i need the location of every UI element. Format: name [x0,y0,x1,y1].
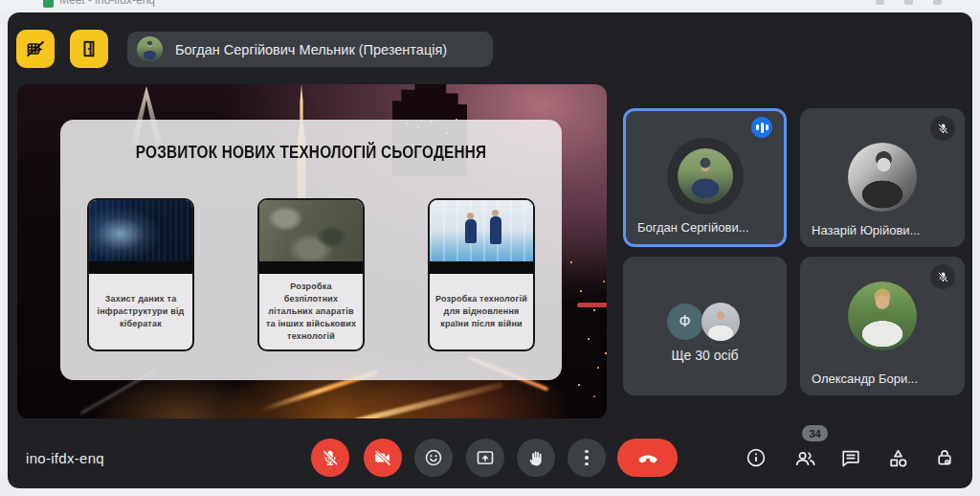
drone-aerial-photo [259,200,363,261]
avatar-photo [702,303,740,341]
host-controls-lock-icon [933,446,956,469]
more-options-icon [585,448,588,467]
participant-tile-nazariy[interactable]: Назарій Юрійови... [800,108,965,247]
slide-card: Розробка безпілотних літальних апаратів … [257,198,365,351]
mic-off-icon [930,116,955,141]
person-figure [465,219,477,243]
end-call-icon [635,445,660,470]
slide-title: РОЗВИТОК НОВИХ ТЕХНОЛОГІЙ СЬОГОДЕННЯ [60,143,562,161]
participant-name: Олександр Бори... [812,372,918,386]
reactions-smiley-icon [423,447,444,468]
participant-tile-overflow[interactable]: Ф Ще 30 осіб [623,257,787,395]
card-text: Розробка безпілотних літальних апаратів … [259,274,363,349]
camera-grid-off-icon [24,37,47,60]
browser-tab-title: Meet - ino-ifdx-enq [59,0,155,7]
participant-tile-oleksandr[interactable]: Олександр Бори... [800,257,965,395]
slide-cards-row: Захист даних та інфраструктури від кібер… [60,198,562,351]
slide-card: Захист даних та інфраструктури від кібер… [87,198,194,351]
host-controls-button[interactable] [932,445,957,470]
browser-toolbar-icon [904,0,913,5]
extension-grid-off-button[interactable] [16,30,55,68]
activities-button[interactable] [885,445,910,470]
avatar-oleksandr [848,282,917,350]
presenter-name: Богдан Сергійович Мельник (Презентація) [175,42,447,57]
people-icon [793,446,817,470]
browser-toolbar-icon [933,0,942,5]
raise-hand-button[interactable] [517,439,555,477]
activities-icon [886,446,910,470]
card-text: Захист даних та інфраструктури від кібер… [89,274,192,349]
slide-content-panel: РОЗВИТОК НОВИХ ТЕХНОЛОГІЙ СЬОГОДЕННЯ Зах… [60,120,562,380]
browser-toolbar-icon [876,0,884,5]
office-photo [430,200,533,261]
browser-tab[interactable]: Meet - ino-ifdx-enq [0,0,980,12]
avatar-nazariy [848,143,917,212]
slide-card: Розробка технологій для відновлення краї… [428,198,535,351]
letter-avatar: Ф [667,304,703,340]
door-exit-icon [78,37,100,60]
hacker-photo [89,200,192,261]
avatar-bohdan [678,148,733,204]
raise-hand-icon [526,448,546,468]
card-divider [430,261,533,274]
chat-icon [839,446,862,469]
extension-door-button[interactable] [70,30,108,68]
audio-indicator-icon [751,117,772,138]
participant-name: Назарій Юрійови... [812,223,920,237]
meeting-details-button[interactable] [744,445,768,470]
presenter-avatar [137,36,163,62]
end-call-button[interactable] [617,439,678,477]
slide-background-red-streak [577,303,607,307]
overflow-avatars: Ф [667,303,744,341]
meet-app-window: Богдан Сергійович Мельник (Презентація) … [8,12,972,488]
screen: Meet - ino-ifdx-enq [0,0,980,496]
present-screen-button[interactable] [466,439,504,477]
presenter-pill: Богдан Сергійович Мельник (Презентація) [127,32,493,67]
meeting-code: ino-ifdx-enq [26,450,104,466]
show-people-button[interactable] [792,445,817,470]
overflow-count-label: Ще 30 осіб [623,348,787,363]
slide-background-city-lights [570,261,572,263]
reactions-button[interactable] [414,439,453,477]
chat-button[interactable] [838,445,863,470]
card-text: Розробка технологій для відновлення краї… [430,274,533,349]
more-options-button[interactable] [568,439,606,477]
participant-name: Богдан Сергійови... [637,220,749,235]
info-icon [745,446,768,469]
people-count-badge: 34 [802,425,828,441]
mic-off-icon [320,447,341,468]
card-divider [259,261,363,274]
mic-off-icon [930,264,955,289]
mic-toggle-button[interactable] [311,439,349,477]
camera-toggle-button[interactable] [364,439,402,477]
card-divider [89,261,192,274]
person-figure [490,216,501,244]
camera-off-icon [372,447,393,468]
present-screen-icon [475,447,496,468]
meet-favicon [43,0,54,8]
participant-tile-bohdan[interactable]: Богдан Сергійови... [623,108,787,247]
presentation-stage-tile[interactable]: РОЗВИТОК НОВИХ ТЕХНОЛОГІЙ СЬОГОДЕННЯ Зах… [17,84,607,418]
